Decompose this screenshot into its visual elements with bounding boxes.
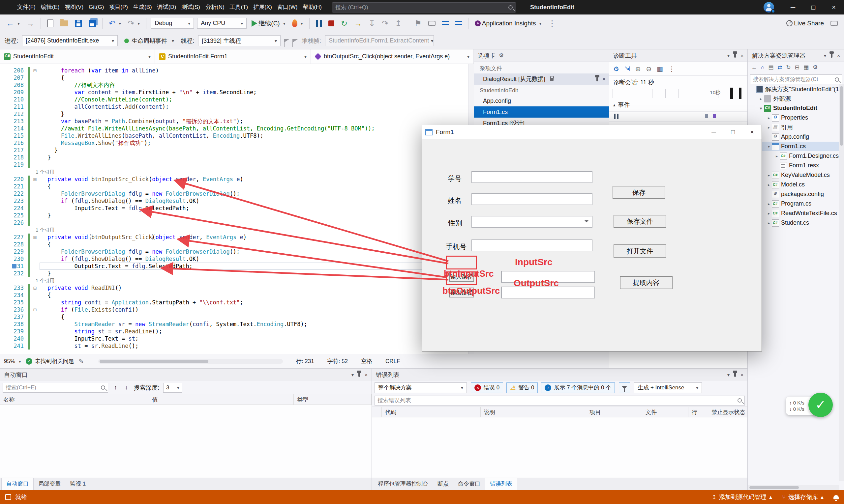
autos-search-box[interactable]: 搜索(Ctrl+E) xyxy=(3,383,108,393)
maximize-button[interactable]: □ xyxy=(803,0,824,15)
column-header-禁止显示状态[interactable]: 禁止显示状态 xyxy=(708,407,747,417)
thread-combo[interactable]: [31392] 主线程▾ xyxy=(198,35,280,46)
menu-item-12[interactable]: 帮助(H) xyxy=(300,0,324,15)
chevron-down-icon[interactable]: ▾ xyxy=(758,106,764,111)
column-header-文件[interactable]: 文件 xyxy=(642,407,688,417)
close-icon[interactable]: × xyxy=(602,76,606,83)
back-icon[interactable]: ←▾ xyxy=(5,18,21,29)
column-header-类型[interactable]: 类型 xyxy=(294,394,372,404)
chevron-right-icon[interactable]: ▸ xyxy=(766,221,772,225)
events-section-header[interactable]: ▴ 事件 xyxy=(609,98,747,112)
member-dropdown[interactable]: btnOutputSrc_Click(object sender, EventA… xyxy=(311,49,474,64)
menu-item-11[interactable]: 窗口(W) xyxy=(275,0,300,15)
collapse-all-icon[interactable]: ⊟ xyxy=(795,64,799,71)
avatar[interactable] xyxy=(763,2,774,13)
chart-icon[interactable]: ▥ xyxy=(657,65,663,73)
filter-chip-err[interactable]: ×错误 0 xyxy=(471,382,503,393)
menu-item-9[interactable]: 工具(T) xyxy=(227,0,251,15)
error-search-box[interactable]: 搜索错误列表 xyxy=(375,396,745,406)
filter-button[interactable] xyxy=(619,382,630,393)
sync-active-icon[interactable]: ⇄ xyxy=(777,64,782,71)
filter-chip-warn[interactable]: ⚠警告 0 xyxy=(506,382,538,393)
show-next-statement-icon[interactable]: → xyxy=(352,18,364,29)
error-grid-body[interactable] xyxy=(372,417,747,479)
close-icon[interactable]: × xyxy=(837,53,840,58)
minimize-button[interactable]: ─ xyxy=(783,0,803,15)
chevron-right-icon[interactable]: ▸ xyxy=(766,125,772,130)
chevron-down-icon[interactable]: ▾ xyxy=(727,53,730,59)
open-file-button[interactable]: 打开文件 xyxy=(614,245,666,257)
zoom-select[interactable]: 95% ▾ xyxy=(4,358,21,365)
menu-item-6[interactable]: 调试(D) xyxy=(155,0,179,15)
save-button[interactable]: 保存 xyxy=(613,186,665,199)
select-repository[interactable]: ⑂ 选择存储库 ▴ xyxy=(782,493,824,501)
scrollbar-thumb[interactable] xyxy=(840,86,843,146)
indent-mode[interactable]: 空格 xyxy=(361,357,372,365)
bookmark-icon[interactable]: ⚑ xyxy=(413,18,423,29)
close-icon[interactable]: × xyxy=(365,372,367,378)
error-scope-combo[interactable]: 整个解决方案 ▾ xyxy=(375,382,467,393)
document-tab[interactable]: Form1.cs xyxy=(474,106,609,118)
tool-tab-局部变量[interactable]: 局部变量 xyxy=(34,478,65,490)
extract-content-button[interactable]: 提取内容 xyxy=(620,276,673,289)
line-ending[interactable]: CRLF xyxy=(385,358,400,365)
name-input[interactable] xyxy=(471,193,592,205)
gear-icon[interactable]: ⚙ xyxy=(499,52,504,59)
next-result-button[interactable]: ↓ xyxy=(123,384,130,391)
scrollbar-thumb[interactable] xyxy=(100,360,208,363)
chevron-down-icon[interactable]: ▾ xyxy=(351,372,354,378)
project-dropdown[interactable]: StudentInfoEdit ▾ xyxy=(0,49,155,64)
document-tab[interactable]: App.config xyxy=(474,95,609,106)
codelens-references[interactable]: 1 个引用 xyxy=(28,227,55,233)
line-indent-icon[interactable] xyxy=(441,20,450,27)
menu-item-2[interactable]: 视图(V) xyxy=(62,0,86,15)
zoom-in-icon[interactable]: ⊕ xyxy=(635,65,641,73)
column-header-说明[interactable]: 说明 xyxy=(481,407,586,417)
refresh-icon[interactable]: ↻ xyxy=(786,64,791,71)
tool-tab-程序包管理器控制台[interactable]: 程序包管理器控制台 xyxy=(373,478,433,490)
student-no-input[interactable] xyxy=(471,171,592,183)
class-dropdown[interactable]: StudentInfoEdit.Form1 ▾ xyxy=(155,49,311,64)
chevron-right-icon[interactable]: ▸ xyxy=(766,211,772,216)
fold-marker[interactable]: ⊟ xyxy=(30,235,39,240)
menu-item-4[interactable]: 项目(P) xyxy=(106,0,131,15)
scrollbar-thumb[interactable] xyxy=(750,486,799,489)
column-header-值[interactable]: 值 xyxy=(149,394,294,404)
fold-marker[interactable]: ⊟ xyxy=(30,307,39,312)
notifications-bell-icon[interactable] xyxy=(833,495,839,499)
check-badge[interactable]: ✓ xyxy=(808,393,833,417)
open-folder-icon[interactable] xyxy=(58,19,70,28)
continue-button[interactable]: 继续(C)▾ xyxy=(250,18,287,29)
undo-icon[interactable]: ↶▾ xyxy=(107,18,123,29)
code-editor[interactable]: 206⊟foreach (var item in allLine)207{208… xyxy=(0,64,468,354)
form-close-button[interactable]: × xyxy=(742,125,762,139)
column-header-行[interactable]: 行 xyxy=(688,407,708,417)
filter-chip-info[interactable]: i展示 7 个消息中的 0 个 xyxy=(541,382,615,393)
tree-item-Properties[interactable]: ▸Properties xyxy=(748,113,839,123)
close-icon[interactable]: × xyxy=(740,372,743,378)
hot-reload-icon[interactable]: ▾ xyxy=(291,18,305,28)
menu-item-0[interactable]: 文件(F) xyxy=(15,0,38,15)
overflow-icon[interactable]: ⋮ xyxy=(668,65,675,73)
send-feedback-icon[interactable] xyxy=(829,19,839,28)
codelens-references[interactable]: 1 个引用 xyxy=(28,169,55,175)
step-into-icon[interactable]: ↧ xyxy=(367,18,377,29)
fold-marker[interactable]: ⊟ xyxy=(30,177,39,182)
close-button[interactable]: × xyxy=(824,0,844,15)
autos-grid-body[interactable] xyxy=(0,405,372,479)
column-header-名称[interactable]: 名称 xyxy=(0,394,149,404)
save-file-button[interactable]: 保存文件 xyxy=(614,215,666,228)
tool-tab-命令窗口[interactable]: 命令窗口 xyxy=(453,478,485,490)
restart-icon[interactable]: ↻ xyxy=(339,18,349,29)
toolbar-overflow-icon[interactable]: ⋮ xyxy=(546,18,557,29)
export-icon[interactable]: ⇲ xyxy=(624,65,630,73)
chevron-right-icon[interactable]: ▸ xyxy=(766,173,772,178)
codelens-references[interactable]: 1 个引用 xyxy=(28,278,55,284)
forward-icon[interactable]: → xyxy=(25,18,36,29)
back-icon[interactable]: ← xyxy=(751,64,757,71)
app-insights-button[interactable]: Application Insights▾ xyxy=(473,18,543,28)
form-minimize-button[interactable]: ─ xyxy=(704,125,723,139)
stop-icon[interactable] xyxy=(327,19,336,28)
menu-item-3[interactable]: Git(G) xyxy=(86,0,106,15)
gear-icon[interactable]: ⚙ xyxy=(613,65,619,73)
